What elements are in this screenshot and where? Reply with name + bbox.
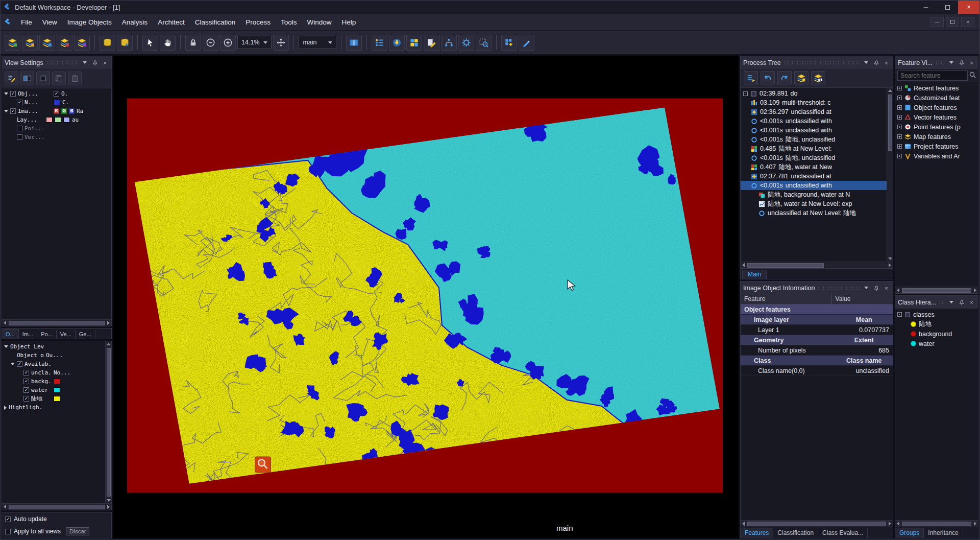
tab-class-evalua-[interactable]: Class Evalua...	[818, 528, 868, 538]
view-settings-row[interactable]: ✓N...C.	[2, 98, 111, 107]
panel-menu-icon[interactable]	[81, 59, 88, 66]
navigate-move-icon[interactable]	[273, 35, 289, 51]
scroll-right-icon[interactable]	[887, 521, 893, 527]
menu-classification[interactable]: Classification	[190, 14, 241, 30]
manual-edit-icon[interactable]	[519, 35, 534, 51]
horizontal-scrollbar[interactable]	[895, 520, 978, 527]
auto-update-checkbox[interactable]: ✓	[5, 516, 11, 522]
scroll-right-icon[interactable]	[887, 263, 893, 268]
tab-groups[interactable]: Groups	[895, 528, 924, 538]
scroll-right-icon[interactable]	[972, 288, 978, 293]
expand-icon[interactable]: +	[897, 105, 902, 110]
class-root-row[interactable]: -classes	[895, 310, 978, 319]
object-level-row[interactable]: Object Level...	[2, 342, 105, 351]
view-editor-icon[interactable]	[424, 35, 439, 51]
show-one-icon[interactable]	[36, 72, 50, 85]
active-view-select[interactable]: main	[299, 36, 336, 49]
mdi-minimize-icon[interactable]: ─	[930, 17, 944, 27]
object-level-row[interactable]: ✓backg...	[2, 377, 105, 386]
class-row[interactable]: background	[895, 329, 978, 339]
scene-import-icon[interactable]	[57, 35, 72, 51]
feature-group-row[interactable]: +Vector features	[895, 112, 978, 122]
horizontal-scrollbar[interactable]	[2, 319, 111, 326]
cursor-select-icon[interactable]	[142, 35, 158, 51]
pin-icon[interactable]	[958, 59, 965, 66]
table-row[interactable]: GeometryExtent	[741, 335, 893, 345]
object-level-row[interactable]: Hightligh...	[2, 403, 105, 412]
view-settings-icon[interactable]	[458, 35, 474, 51]
mdi-close-icon[interactable]: ×	[961, 17, 974, 27]
tab-main[interactable]: Main	[742, 270, 767, 279]
table-column-headers[interactable]: Feature Value	[741, 294, 893, 304]
drag-handle[interactable]	[939, 300, 945, 304]
menu-view[interactable]: View	[37, 14, 62, 30]
feature-group-row[interactable]: +Object features	[895, 103, 978, 112]
menu-process[interactable]: Process	[240, 14, 276, 30]
view-settings-row[interactable]: ✓Ima...RGBRa	[2, 107, 111, 115]
pin-icon[interactable]	[872, 59, 880, 66]
process-row[interactable]: <0.001sunclassified with	[741, 126, 887, 135]
collapse-icon[interactable]: -	[897, 312, 902, 317]
feature-group-row[interactable]: +Point features (p	[895, 122, 978, 132]
expand-icon[interactable]: +	[897, 144, 902, 149]
feature-group-row[interactable]: +Map features	[895, 132, 978, 142]
tab-classification[interactable]: Classification	[773, 528, 818, 538]
view-settings-row[interactable]: Vec...	[2, 133, 111, 142]
view-settings-row[interactable]: Poi...	[2, 124, 111, 133]
process-list-icon[interactable]	[744, 71, 758, 85]
panel-menu-icon[interactable]	[862, 284, 870, 292]
expand-icon[interactable]: +	[897, 125, 902, 129]
table-row[interactable]: Number of pixels685	[741, 345, 893, 356]
copy-view-icon[interactable]	[52, 72, 66, 85]
table-row[interactable]: Object features	[741, 304, 893, 315]
process-row[interactable]: <0.001s陆地, unclassified	[741, 153, 887, 162]
pin-icon[interactable]	[91, 59, 99, 66]
process-row[interactable]: unclassified at New Level: 陆地	[741, 208, 887, 218]
apply-all-views-checkbox[interactable]	[5, 529, 11, 534]
zoom-area-icon[interactable]	[476, 35, 492, 51]
zoom-out-icon[interactable]	[203, 35, 218, 51]
close-panel-icon[interactable]: ×	[883, 284, 890, 292]
process-row[interactable]: 0.407陆地, water at New	[741, 162, 887, 172]
drag-handle[interactable]	[783, 61, 860, 65]
view-settings-row[interactable]: Lay...au	[2, 115, 111, 124]
zoom-level-select[interactable]: 14.1%	[237, 36, 272, 49]
menu-window[interactable]: Window	[302, 14, 336, 30]
redo-icon[interactable]	[777, 71, 792, 85]
menu-help[interactable]: Help	[337, 14, 361, 30]
scroll-left-icon[interactable]	[895, 521, 901, 527]
paste-view-icon[interactable]	[68, 72, 82, 85]
expand-icon[interactable]: +	[897, 134, 902, 139]
feature-group-row[interactable]: +Variables and Ar	[895, 151, 978, 161]
horizontal-scrollbar[interactable]	[741, 262, 893, 268]
close-panel-icon[interactable]: ×	[101, 59, 109, 66]
object-level-row[interactable]: ✓uncla...No...	[2, 368, 105, 377]
view-classification-icon[interactable]	[389, 35, 405, 51]
process-row[interactable]: 陆地, water at New Level: exp	[741, 199, 887, 208]
table-row[interactable]: Class name(0,0)unclassified	[741, 366, 893, 376]
scroll-left-icon[interactable]	[2, 320, 8, 326]
expand-icon[interactable]: +	[897, 96, 902, 100]
table-row[interactable]: Layer 10.0707737	[741, 325, 893, 335]
pan-hand-icon[interactable]	[160, 35, 176, 51]
horizontal-scrollbar[interactable]	[741, 520, 893, 527]
view-settings-tab[interactable]: Ge...	[76, 330, 95, 339]
menu-image-objects[interactable]: Image Objects	[62, 14, 117, 30]
scroll-left-icon[interactable]	[895, 288, 901, 293]
process-row[interactable]: 02:36.297unclassified at	[741, 107, 887, 116]
drag-handle[interactable]	[817, 286, 860, 290]
process-row[interactable]: 03.109multi-threshold: c	[741, 98, 887, 107]
view-samples-icon[interactable]	[406, 35, 422, 51]
column-value[interactable]: Value	[832, 294, 893, 304]
expand-icon[interactable]: +	[897, 86, 902, 90]
maximize-icon[interactable]	[937, 1, 958, 14]
menu-tools[interactable]: Tools	[276, 14, 302, 30]
panel-menu-icon[interactable]	[947, 59, 955, 66]
scroll-right-icon[interactable]	[106, 504, 111, 510]
search-icon[interactable]	[969, 71, 976, 80]
scroll-down-icon[interactable]	[106, 498, 111, 503]
panel-menu-icon[interactable]	[862, 59, 870, 66]
close-icon[interactable]: ×	[958, 1, 979, 14]
search-input[interactable]	[897, 71, 968, 81]
view-settings-row[interactable]: ✓Obj...✓O.	[2, 89, 111, 98]
